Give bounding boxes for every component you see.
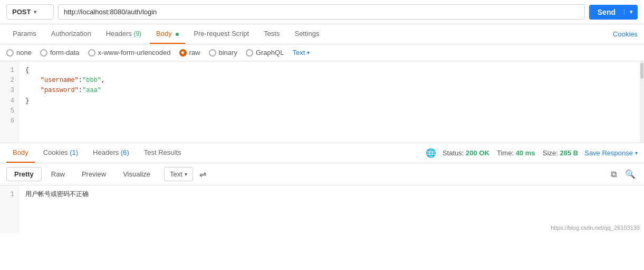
tab-params[interactable]: Params [6,24,43,44]
save-response-button[interactable]: Save Response ▾ [584,149,638,157]
time-value: 40 ms [516,149,535,157]
radio-binary-circle [209,49,216,57]
resp-tab-test-results[interactable]: Test Results [138,143,188,163]
radio-raw-circle [179,49,187,57]
globe-icon: 🌐 [426,148,436,158]
resp-tab-cookies[interactable]: Cookies (1) [37,143,84,163]
radio-none[interactable]: none [6,49,32,57]
format-chevron-icon: ▾ [307,50,310,55]
tab-authorization[interactable]: Authorization [45,24,98,44]
search-icon[interactable]: 🔍 [623,167,638,181]
radio-urlencoded[interactable]: x-www-form-urlencoded [88,49,171,57]
radio-form-data-circle [40,49,47,57]
copy-icon[interactable]: ⧉ [609,167,619,181]
radio-form-data[interactable]: form-data [40,49,80,57]
size-value: 285 B [560,149,579,157]
save-response-chevron-icon: ▾ [635,150,638,156]
resp-line-numbers: 1 [0,185,19,233]
radio-graphql-circle [246,49,253,57]
tab-pre-request-script[interactable]: Pre-request Script [187,24,255,44]
send-button[interactable]: Send ▾ [589,5,638,20]
scrollbar-thumb [640,63,643,79]
format-dropdown[interactable]: Text ▾ [292,49,310,57]
resp-body-tab-raw[interactable]: Raw [44,167,72,181]
line-numbers: 1 2 3 4 5 6 [0,61,19,143]
code-editor: 1 2 3 4 5 6 { "username":"bbb", "passwor… [0,61,644,143]
response-body-tabs: Pretty Raw Preview Visualize Text ▾ ⇌ ⧉ … [0,163,644,185]
body-type-row: none form-data x-www-form-urlencoded raw… [0,44,644,61]
response-tabs: Body Cookies (1) Headers (6) Test Result… [0,143,644,163]
radio-binary[interactable]: binary [209,49,237,57]
send-label: Send [589,8,624,16]
resp-body-tab-pretty[interactable]: Pretty [6,167,42,181]
send-chevron-icon: ▾ [624,9,638,15]
radio-none-circle [6,49,14,57]
cookies-link[interactable]: Cookies [613,30,638,38]
radio-graphql[interactable]: GraphQL [246,49,284,57]
wrap-icon[interactable]: ⇌ [195,166,210,182]
status-code: 200 OK [466,149,489,157]
resp-format-chevron-icon: ▾ [185,171,187,177]
method-chevron: ▾ [34,9,36,15]
request-tabs: Params Authorization Headers (9) Body Pr… [0,24,644,44]
tab-tests[interactable]: Tests [257,24,286,44]
method-text: POST [12,8,31,16]
tab-body[interactable]: Body [150,24,185,44]
body-dot [176,33,179,36]
top-bar: POST ▾ Send ▾ [0,0,644,24]
resp-tab-headers[interactable]: Headers (6) [86,143,136,163]
response-meta: 🌐 Status: 200 OK Time: 40 ms Size: 285 B… [426,148,638,158]
resp-tab-body[interactable]: Body [6,143,35,163]
response-action-icons: ⧉ 🔍 [609,167,638,181]
radio-raw[interactable]: raw [179,49,200,57]
resp-format-dropdown[interactable]: Text ▾ [164,167,193,181]
editor-scrollbar[interactable] [640,61,644,143]
method-select[interactable]: POST ▾ [6,4,54,20]
resp-body-tab-preview[interactable]: Preview [74,167,113,181]
tab-headers[interactable]: Headers (9) [100,24,148,44]
response-content: 1 用户帐号或密码不正确 https://blog.csdn.net/qq_26… [0,185,644,233]
url-input[interactable] [58,4,585,20]
tab-settings[interactable]: Settings [288,24,325,44]
radio-urlencoded-circle [88,49,95,57]
resp-text: 用户帐号或密码不正确 [25,190,638,200]
resp-body-tab-visualize[interactable]: Visualize [116,167,158,181]
code-content[interactable]: { "username":"bbb", "password":"aaa" } [19,61,640,143]
watermark: https://blog.csdn.net/qq_26103133 [551,225,640,231]
